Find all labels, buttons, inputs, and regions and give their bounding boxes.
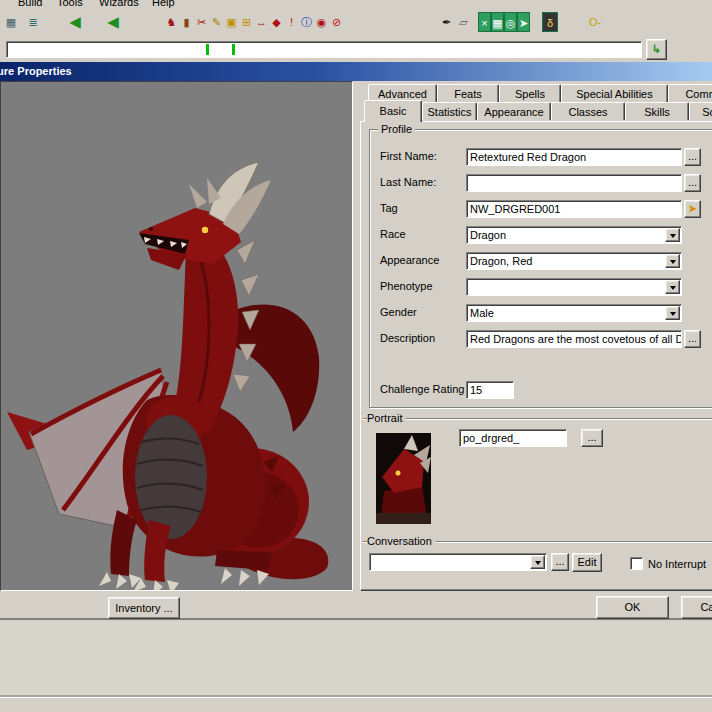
menu-build[interactable]: Build [18, 0, 42, 8]
portrait-browse-button[interactable]: ... [581, 429, 603, 447]
creature-properties-dialog: Creature Properties [0, 62, 712, 620]
conversation-browse-button[interactable]: ... [551, 553, 569, 571]
menu-tools[interactable]: Tools [57, 0, 83, 8]
cancel-button[interactable]: Cancel [681, 596, 712, 619]
encounter-eye-icon[interactable]: ◉ [314, 12, 329, 32]
dialog-title: Creature Properties [0, 65, 72, 77]
dropdown-arrow-icon[interactable] [665, 228, 680, 242]
resource-bar: ↳ [0, 37, 712, 62]
tick-mark [232, 44, 235, 55]
dropdown-arrow-icon[interactable] [665, 280, 680, 294]
key-icon[interactable]: O- [584, 12, 606, 32]
tag-label: Tag [380, 202, 398, 214]
select-x-icon[interactable]: × [478, 12, 491, 32]
module-grid-icon[interactable]: ▦ [0, 12, 22, 32]
tab-classes[interactable]: Classes [551, 102, 625, 120]
profile-group: Profile First Name: Retextured Red Drago… [369, 129, 712, 408]
tab-scripts[interactable]: Scripts [689, 102, 712, 120]
challenge-rating-input[interactable]: 15 [466, 381, 514, 399]
portrait-image [376, 433, 431, 524]
phenotype-select[interactable] [466, 278, 682, 296]
portrait-section-label: Portrait [367, 412, 406, 424]
pencil-icon[interactable]: ✎ [209, 12, 224, 32]
conversation-select[interactable] [369, 553, 547, 571]
profile-group-label: Profile [378, 123, 415, 135]
no-interrupt-checkbox[interactable] [630, 557, 643, 570]
resource-track[interactable] [6, 41, 642, 58]
workspace-background [0, 622, 712, 697]
appearance-select[interactable]: Dragon, Red [466, 252, 682, 270]
target-icon[interactable]: ◎ [504, 12, 517, 32]
waypoint-diamond-icon[interactable]: ◆ [269, 12, 284, 32]
portrait-separator [363, 418, 712, 420]
first-name-browse-button[interactable]: ... [684, 148, 701, 166]
gender-select[interactable]: Male [466, 304, 682, 322]
portrait-filename-input[interactable]: po_drgred_ [459, 429, 567, 447]
dropdown-arrow-icon[interactable] [530, 555, 545, 569]
last-name-browse-button[interactable]: ... [684, 174, 701, 192]
creature-icon[interactable]: ♞ [164, 12, 179, 32]
tab-appearance[interactable]: Appearance [477, 102, 551, 120]
last-name-label: Last Name: [380, 176, 436, 188]
tab-spells[interactable]: Spells [499, 84, 561, 102]
status-bar [0, 697, 712, 712]
menu-help[interactable]: Help [152, 0, 175, 8]
lamp-icon[interactable]: δ [542, 12, 558, 32]
tab-skills[interactable]: Skills [625, 102, 689, 120]
tab-special-abilities[interactable]: Special Abilities [561, 84, 668, 102]
challenge-rating-label: Challenge Rating [380, 383, 464, 395]
dialog-button-bar: Inventory ... OK Cancel [0, 591, 712, 620]
layers-icon[interactable]: ≣ [22, 12, 44, 32]
tab-comments[interactable]: Comments [668, 84, 712, 102]
ok-button[interactable]: OK [596, 596, 669, 619]
toolbar: ▦≣◀◀♞▮✂✎▣⊞↔◆!ⓘ◉⊘✒▱×▦◎➤δO- [0, 9, 712, 37]
properties-panel: Advanced Feats Spells Special Abilities … [356, 81, 712, 591]
inventory-button[interactable]: Inventory ... [108, 597, 180, 619]
scissors-icon[interactable]: ✂ [194, 12, 209, 32]
phenotype-label: Phenotype [380, 280, 433, 292]
tab-feats[interactable]: Feats [437, 84, 499, 102]
conversation-edit-button[interactable]: Edit [572, 553, 602, 572]
description-input[interactable]: Red Dragons are the most covetous of all… [466, 330, 682, 348]
appearance-label: Appearance [380, 254, 439, 266]
jump-button[interactable]: ↳ [646, 39, 667, 60]
first-name-label: First Name: [380, 150, 437, 162]
green-arrow-left2-icon[interactable]: ◀ [94, 12, 132, 32]
item-box-icon[interactable]: ▣ [224, 12, 239, 32]
tab-statistics[interactable]: Statistics [422, 102, 477, 120]
run-icon[interactable]: ➤ [517, 12, 530, 32]
description-browse-button[interactable]: ... [684, 330, 701, 348]
eraser-icon[interactable]: ▱ [455, 12, 472, 32]
no-interrupt-label[interactable]: No Interrupt [648, 558, 706, 570]
item-boxes-icon[interactable]: ⊞ [239, 12, 254, 32]
green-arrow-left-icon[interactable]: ◀ [56, 12, 94, 32]
race-select[interactable]: Dragon [466, 226, 682, 244]
dropdown-arrow-icon[interactable] [665, 254, 680, 268]
door-icon[interactable]: ▮ [179, 12, 194, 32]
dialog-title-bar[interactable]: Creature Properties [0, 62, 712, 81]
menu-wizards[interactable]: Wizards [99, 0, 139, 8]
dragon-model [1, 82, 352, 590]
no-entry-icon[interactable]: ⊘ [329, 12, 344, 32]
tag-input[interactable]: NW_DRGRED001 [466, 200, 682, 218]
gender-label: Gender [380, 306, 417, 318]
grid-select-icon[interactable]: ▦ [491, 12, 504, 32]
aurora-toolset-window: Build Tools Wizards Help ▦≣◀◀♞▮✂✎▣⊞↔◆!ⓘ◉… [0, 0, 712, 712]
trigger-exclaim-icon[interactable]: ! [284, 12, 299, 32]
tick-mark [206, 44, 209, 55]
model-preview-3d[interactable] [0, 81, 353, 591]
jump-arrow-icon: ↳ [652, 43, 661, 55]
paintbrush-icon[interactable]: ✒ [438, 12, 455, 32]
tag-edit-button[interactable]: ➤ [684, 200, 701, 218]
tab-basic[interactable]: Basic [364, 100, 422, 122]
first-name-input[interactable]: Retextured Red Dragon [466, 148, 682, 166]
conversation-section-label: Conversation [367, 535, 436, 547]
tag-arrow-icon: ➤ [688, 203, 696, 214]
transition-arrows-icon[interactable]: ↔ [254, 12, 269, 32]
dropdown-arrow-icon[interactable] [665, 306, 680, 320]
tab-page-basic: Profile First Name: Retextured Red Drago… [360, 121, 712, 591]
menu-bar: Build Tools Wizards Help [0, 0, 712, 9]
info-icon[interactable]: ⓘ [299, 12, 314, 32]
description-label: Description [380, 332, 435, 344]
last-name-input[interactable] [466, 174, 682, 192]
